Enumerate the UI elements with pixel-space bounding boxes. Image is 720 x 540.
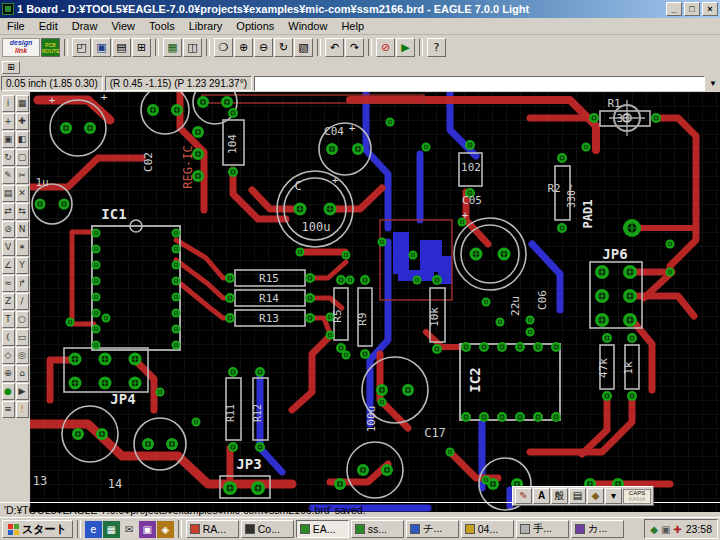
tool-via[interactable]: ◎ (16, 347, 29, 364)
tool-change[interactable]: ✎ (2, 167, 15, 184)
tool-move[interactable]: ✚ (16, 113, 29, 130)
pcb-route-logo[interactable]: PCB ROUTE (41, 38, 60, 57)
menu-library[interactable]: Library (182, 19, 230, 33)
taskbar-task-ra[interactable]: RA... (186, 520, 239, 538)
board-label-r1: R1 (607, 97, 620, 110)
taskbar-task-04[interactable]: 04... (461, 520, 514, 538)
tool-value[interactable]: V (2, 239, 15, 256)
open-button[interactable]: ◰ (72, 38, 91, 57)
tool-polygon[interactable]: ◇ (2, 347, 15, 364)
tool-route[interactable]: ↱ (16, 275, 29, 292)
tool-delete[interactable]: ✕ (16, 185, 29, 202)
taskbar-task-co[interactable]: Co... (241, 520, 294, 538)
menu-tools[interactable]: Tools (142, 19, 182, 33)
quicklaunch-icon-2[interactable]: ▦ (103, 521, 120, 538)
ime-button-6[interactable]: ▾ (605, 488, 622, 504)
tool-ripup[interactable]: Z (2, 293, 15, 310)
taskbar-task-[interactable]: 手... (516, 520, 569, 538)
grid-button[interactable]: ⊞ (2, 61, 20, 74)
tool-hole[interactable]: ⌂ (16, 365, 29, 382)
tool-group[interactable]: ▢ (16, 149, 29, 166)
design-link-logo[interactable]: design link (2, 38, 40, 57)
tool-copy[interactable]: ▣ (2, 131, 15, 148)
tool-mirror[interactable]: ◧ (16, 131, 29, 148)
maximize-button[interactable]: □ (684, 2, 700, 16)
tray-icon-2[interactable]: ▣ (661, 524, 670, 535)
menu-options[interactable]: Options (229, 19, 281, 33)
tool-mark[interactable]: + (2, 113, 15, 130)
zoom-select-button[interactable]: ▧ (294, 38, 313, 57)
tool-smash[interactable]: ✶ (16, 239, 29, 256)
command-line-input[interactable] (254, 76, 705, 91)
pcb-canvas[interactable]: +++++ IC1REG-IC104C021uC100uC04R15R14R13… (30, 92, 720, 512)
menu-window[interactable]: Window (281, 19, 334, 33)
zoom-in-button[interactable]: ⊕ (234, 38, 253, 57)
tool-display[interactable]: ▦ (16, 95, 29, 112)
tool-split[interactable]: Y (16, 257, 29, 274)
minimize-button[interactable]: _ (666, 2, 682, 16)
tool-rect[interactable]: ▭ (16, 329, 29, 346)
quicklaunch-icon-1[interactable]: e (85, 521, 102, 538)
redo-button[interactable]: ↷ (345, 38, 364, 57)
stop-button[interactable]: ⊘ (376, 38, 395, 57)
taskbar-task-ss[interactable]: ss... (351, 520, 404, 538)
tool-lock[interactable]: ⊘ (2, 221, 15, 238)
undo-button[interactable]: ↶ (325, 38, 344, 57)
menu-file[interactable]: File (0, 19, 32, 33)
tool-wire[interactable]: / (16, 293, 29, 310)
menu-edit[interactable]: Edit (32, 19, 65, 33)
tool-auto[interactable]: ▶ (16, 383, 29, 400)
ime-button-4[interactable]: ▤ (569, 488, 586, 504)
tool-signal[interactable]: ⊕ (2, 365, 15, 382)
close-button[interactable]: × (702, 2, 718, 16)
print-button[interactable]: ▤ (112, 38, 131, 57)
tool-name[interactable]: N (16, 221, 29, 238)
ime-button-2[interactable]: A (533, 488, 550, 504)
tool-drc[interactable]: ≡ (2, 401, 15, 418)
menu-help[interactable]: Help (334, 19, 371, 33)
pad (294, 203, 307, 216)
command-history-dropdown[interactable]: ▼ (707, 79, 719, 88)
menu-view[interactable]: View (104, 19, 142, 33)
ime-indicator[interactable]: CAPS KANA (623, 489, 651, 504)
layer-settings-button[interactable]: ◫ (183, 38, 202, 57)
quicklaunch-icon-5[interactable]: ◈ (157, 521, 174, 538)
tool-cut[interactable]: ✂ (16, 167, 29, 184)
taskbar-task-[interactable]: チ... (406, 520, 459, 538)
board-label-r12: R12 (252, 404, 263, 422)
tool-info[interactable]: i (2, 95, 15, 112)
start-button[interactable]: スタート (2, 520, 73, 538)
tool-text[interactable]: T (2, 311, 15, 328)
quicklaunch-icon-4[interactable]: ▣ (139, 521, 156, 538)
tray-icon-3[interactable]: ✚ (673, 524, 681, 535)
tool-paste[interactable]: ▤ (2, 185, 15, 202)
tool-optimize[interactable]: ≈ (2, 275, 15, 292)
taskbar-task-[interactable]: カ... (571, 520, 624, 538)
menu-draw[interactable]: Draw (65, 19, 105, 33)
ime-button-5[interactable]: ◆ (587, 488, 604, 504)
board-label-c05: C05 (462, 194, 482, 207)
pad (172, 293, 181, 302)
redraw-button[interactable]: ↻ (274, 38, 293, 57)
taskbar-task-ea[interactable]: EA... (296, 520, 349, 538)
tool-errors[interactable]: ! (16, 401, 29, 418)
tool-ratsnest[interactable]: ● (2, 383, 15, 400)
cam-button[interactable]: ⊞ (132, 38, 151, 57)
ime-button-1[interactable]: ✎ (515, 488, 532, 504)
tool-rotate[interactable]: ↻ (2, 149, 15, 166)
tool-miter[interactable]: ∠ (2, 257, 15, 274)
quicklaunch-icon-3[interactable]: ✉ (121, 521, 138, 538)
tool-replace[interactable]: ⇆ (16, 203, 29, 220)
tool-circle[interactable]: ○ (16, 311, 29, 328)
tool-arc[interactable]: ( (2, 329, 15, 346)
help-button[interactable]: ? (427, 38, 446, 57)
ime-button-3[interactable]: 般 (551, 488, 568, 504)
tray-icon-1[interactable]: ◆ (650, 524, 658, 535)
zoom-fit-button[interactable]: ❍ (214, 38, 233, 57)
pad (386, 118, 395, 127)
tool-pinswap[interactable]: ⇄ (2, 203, 15, 220)
go-button[interactable]: ▶ (396, 38, 415, 57)
schematic-button[interactable]: ▦ (163, 38, 182, 57)
save-button[interactable]: ▣ (92, 38, 111, 57)
zoom-out-button[interactable]: ⊖ (254, 38, 273, 57)
